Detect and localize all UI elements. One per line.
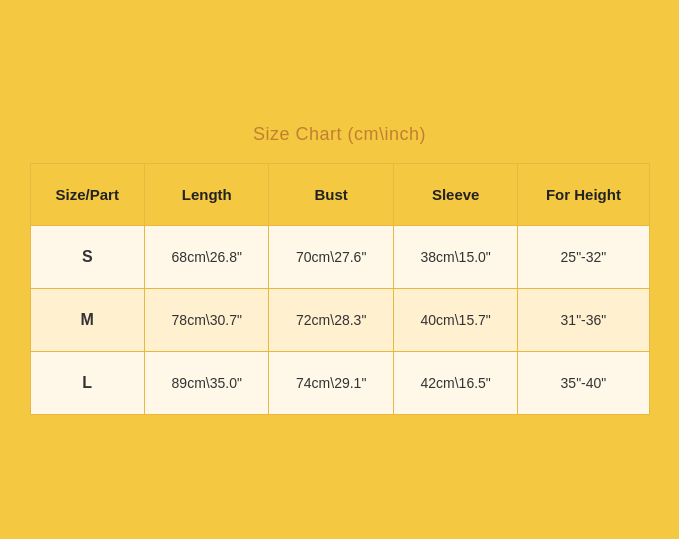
cell-sleeve: 38cm\15.0" (393, 226, 517, 289)
chart-title: Size Chart (cm\inch) (30, 124, 650, 145)
table-row: L89cm\35.0"74cm\29.1"42cm\16.5"35"-40" (30, 352, 649, 415)
chart-container: Size Chart (cm\inch) Size/Part Length Bu… (20, 104, 660, 435)
cell-size: S (30, 226, 145, 289)
table-body: S68cm\26.8"70cm\27.6"38cm\15.0"25"-32"M7… (30, 226, 649, 415)
cell-bust: 72cm\28.3" (269, 289, 393, 352)
cell-height: 35"-40" (518, 352, 649, 415)
table-header-row: Size/Part Length Bust Sleeve For Height (30, 164, 649, 226)
cell-size: M (30, 289, 145, 352)
cell-sleeve: 42cm\16.5" (393, 352, 517, 415)
cell-size: L (30, 352, 145, 415)
cell-length: 78cm\30.7" (145, 289, 269, 352)
col-header-size: Size/Part (30, 164, 145, 226)
col-header-sleeve: Sleeve (393, 164, 517, 226)
cell-height: 25"-32" (518, 226, 649, 289)
cell-height: 31"-36" (518, 289, 649, 352)
cell-length: 68cm\26.8" (145, 226, 269, 289)
cell-sleeve: 40cm\15.7" (393, 289, 517, 352)
cell-bust: 70cm\27.6" (269, 226, 393, 289)
size-table: Size/Part Length Bust Sleeve For Height … (30, 163, 650, 415)
table-row: S68cm\26.8"70cm\27.6"38cm\15.0"25"-32" (30, 226, 649, 289)
col-header-height: For Height (518, 164, 649, 226)
cell-length: 89cm\35.0" (145, 352, 269, 415)
col-header-bust: Bust (269, 164, 393, 226)
table-row: M78cm\30.7"72cm\28.3"40cm\15.7"31"-36" (30, 289, 649, 352)
cell-bust: 74cm\29.1" (269, 352, 393, 415)
col-header-length: Length (145, 164, 269, 226)
